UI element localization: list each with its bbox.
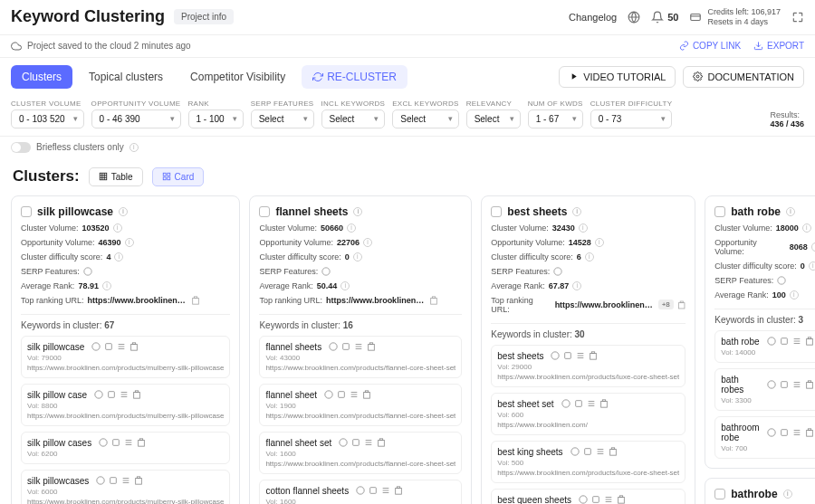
filter-incl-keywords[interactable]: Select	[321, 109, 386, 128]
kw-action-icon[interactable]	[132, 390, 141, 399]
info-icon[interactable]: i	[347, 223, 356, 233]
changelog-link[interactable]: Changelog	[569, 12, 617, 23]
recluster-button[interactable]: RE-CLUSTER	[302, 65, 408, 89]
kw-action-icon[interactable]	[767, 337, 776, 346]
kw-action-icon[interactable]	[576, 351, 585, 360]
info-icon[interactable]: i	[811, 242, 815, 252]
cluster-name[interactable]: silk pillowcase	[37, 205, 113, 218]
kw-action-icon[interactable]	[129, 342, 139, 351]
filter-cluster-volume[interactable]: 0 - 103 520	[11, 109, 84, 128]
info-icon[interactable]: i	[572, 281, 581, 290]
info-icon[interactable]: i	[340, 281, 350, 290]
kw-action-icon[interactable]	[599, 399, 609, 408]
kw-action-icon[interactable]	[591, 495, 600, 504]
kw-action-icon[interactable]	[574, 399, 583, 408]
kw-action-icon[interactable]	[107, 390, 116, 399]
kw-action-icon[interactable]	[96, 476, 105, 485]
kw-action-icon[interactable]	[609, 447, 618, 456]
video-tutorial-button[interactable]: VIDEO TUTORIAL	[559, 66, 676, 88]
kw-action-icon[interactable]	[589, 351, 598, 360]
cluster-name[interactable]: bath robe	[731, 205, 781, 218]
keyword-item[interactable]: best king sheets Vol: 500 https://www.br…	[491, 441, 686, 483]
tab-topical[interactable]: Topical clusters	[78, 65, 174, 89]
kw-action-icon[interactable]	[780, 380, 789, 389]
cluster-name[interactable]: bathrobe	[731, 488, 777, 500]
info-icon[interactable]: i	[783, 490, 792, 499]
checkbox[interactable]	[714, 206, 725, 217]
info-icon[interactable]: i	[585, 252, 594, 262]
keyword-item[interactable]: silk pillowcase Vol: 79000 https://www.b…	[21, 336, 230, 378]
kw-action-icon[interactable]	[91, 342, 101, 351]
kw-action-icon[interactable]	[354, 342, 363, 351]
keyword-item[interactable]: best queen sheets Vol: 400 https://www.b…	[491, 489, 686, 504]
keyword-item[interactable]: cotton flannel sheets Vol: 1600 https://…	[259, 480, 462, 504]
kw-action-icon[interactable]	[617, 495, 626, 504]
info-icon[interactable]: i	[125, 238, 134, 247]
kw-action-icon[interactable]	[137, 438, 146, 447]
view-card-button[interactable]: Card	[152, 167, 205, 186]
kw-action-icon[interactable]	[124, 438, 133, 447]
copy-icon[interactable]	[677, 300, 686, 309]
tab-clusters[interactable]: Clusters	[11, 65, 72, 89]
checkbox[interactable]	[259, 206, 270, 217]
filter-opportunity-volume[interactable]: 0 - 46 390	[91, 109, 181, 128]
cluster-name[interactable]: best sheets	[507, 205, 567, 218]
filter-rank[interactable]: 1 - 100	[188, 109, 244, 128]
kw-action-icon[interactable]	[117, 342, 126, 351]
copy-icon[interactable]	[429, 296, 438, 305]
info-icon[interactable]: i	[353, 207, 362, 216]
project-info-badge[interactable]: Project info	[174, 9, 234, 24]
kw-action-icon[interactable]	[362, 390, 371, 399]
kw-action-icon[interactable]	[111, 438, 120, 447]
filter-num-kwds[interactable]: 1 - 67	[528, 109, 583, 128]
kw-action-icon[interactable]	[587, 399, 596, 408]
kw-action-icon[interactable]	[356, 486, 365, 495]
info-icon[interactable]: i	[790, 290, 799, 300]
kw-action-icon[interactable]	[104, 342, 113, 351]
kw-action-icon[interactable]	[792, 380, 801, 389]
kw-action-icon[interactable]	[329, 342, 338, 351]
kw-action-icon[interactable]	[570, 447, 580, 456]
keyword-item[interactable]: flannel sheet Vol: 1900 https://www.broo…	[259, 384, 462, 426]
tab-competitor[interactable]: Competitor Visibility	[179, 65, 296, 89]
export-button[interactable]: EXPORT	[753, 41, 804, 51]
keyword-item[interactable]: best sheets Vol: 29000 https://www.brook…	[491, 345, 686, 387]
kw-action-icon[interactable]	[579, 495, 588, 504]
kw-action-icon[interactable]	[364, 438, 373, 447]
copy-link-button[interactable]: COPY LINK	[679, 41, 741, 51]
kw-action-icon[interactable]	[99, 438, 108, 447]
kw-action-icon[interactable]	[596, 447, 605, 456]
kw-action-icon[interactable]	[583, 447, 592, 456]
kw-action-icon[interactable]	[792, 428, 801, 437]
kw-action-icon[interactable]	[134, 476, 143, 485]
kw-action-icon[interactable]	[561, 399, 570, 408]
keyword-item[interactable]: flannel sheets Vol: 43000 https://www.br…	[259, 336, 462, 378]
globe-icon[interactable]	[628, 11, 640, 24]
kw-action-icon[interactable]	[109, 476, 118, 485]
checkbox[interactable]	[491, 206, 502, 217]
kw-action-icon[interactable]	[377, 438, 386, 447]
fullscreen-icon[interactable]	[791, 11, 804, 24]
filter-cluster-difficulty[interactable]: 0 - 73	[590, 109, 673, 128]
filter-excl-keywords[interactable]: Select	[392, 109, 458, 128]
kw-action-icon[interactable]	[780, 337, 789, 346]
keyword-item[interactable]: silk pillowcases Vol: 6000 https://www.b…	[21, 470, 230, 504]
info-icon[interactable]: i	[786, 207, 795, 216]
keyword-item[interactable]: silk pillow cases Vol: 6200	[21, 432, 230, 464]
kw-action-icon[interactable]	[767, 428, 776, 437]
info-icon[interactable]: i	[102, 281, 111, 290]
kw-action-icon[interactable]	[805, 380, 814, 389]
kw-action-icon[interactable]	[339, 438, 348, 447]
kw-action-icon[interactable]	[805, 428, 814, 437]
info-icon[interactable]: i	[129, 143, 139, 152]
info-icon[interactable]: i	[363, 238, 372, 247]
kw-action-icon[interactable]	[367, 342, 376, 351]
checkbox[interactable]	[714, 489, 725, 499]
keyword-item[interactable]: bathroom robe Vol: 700	[714, 416, 815, 459]
kw-action-icon[interactable]	[792, 337, 801, 346]
kw-action-icon[interactable]	[394, 486, 403, 495]
keyword-item[interactable]: flannel sheet set Vol: 1600 https://www.…	[259, 432, 462, 474]
kw-action-icon[interactable]	[551, 351, 560, 360]
kw-action-icon[interactable]	[604, 495, 613, 504]
kw-action-icon[interactable]	[94, 390, 103, 399]
